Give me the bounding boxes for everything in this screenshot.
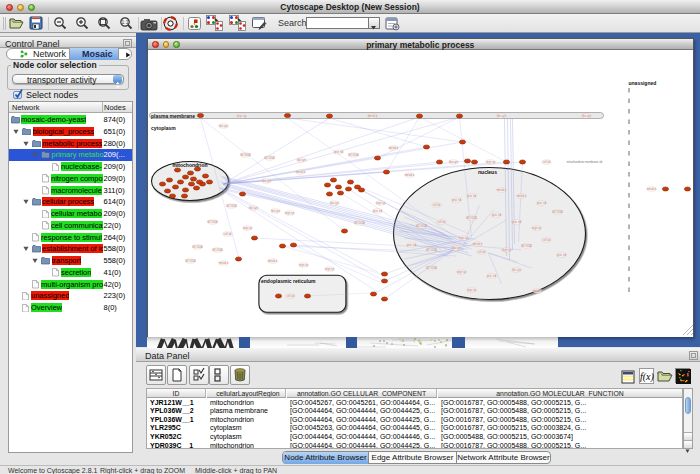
svg-text:bio syn: bio syn — [330, 201, 339, 205]
svg-text:GO:0044: GO:0044 — [264, 156, 275, 160]
svg-text:GO:0044: GO:0044 — [354, 221, 365, 225]
svg-text:proc nd: proc nd — [407, 243, 416, 247]
svg-text:nucleus: nucleus — [478, 169, 497, 175]
svg-text:bio syn: bio syn — [297, 158, 306, 162]
svg-text:endoplasmic reticulum: endoplasmic reticulum — [261, 278, 316, 284]
svg-text:cell ab: cell ab — [542, 238, 550, 242]
svg-text:orgn sp: orgn sp — [459, 236, 468, 240]
svg-text:metab x: metab x — [404, 173, 414, 177]
svg-text:orgn sp: orgn sp — [457, 270, 466, 274]
svg-text:bio syn: bio syn — [497, 114, 506, 118]
svg-text:metab x: metab x — [472, 242, 482, 246]
svg-text:bio syn: bio syn — [582, 114, 591, 118]
svg-text:GO:0044: GO:0044 — [552, 210, 563, 214]
svg-text:bio syn: bio syn — [512, 268, 521, 272]
svg-text:cell ab: cell ab — [432, 203, 440, 207]
svg-text:orgn sp: orgn sp — [237, 114, 246, 118]
svg-text:1:1: 1:1 — [122, 19, 129, 25]
svg-text:plasma membrane: plasma membrane — [151, 113, 195, 119]
svg-text:orgn sp: orgn sp — [285, 211, 294, 215]
svg-text:metab x: metab x — [295, 170, 305, 174]
svg-text:bio syn: bio syn — [262, 179, 271, 183]
svg-text:metab x: metab x — [218, 261, 228, 265]
svg-text:proc nd: proc nd — [487, 274, 496, 278]
svg-text:GO:0044: GO:0044 — [192, 245, 203, 249]
svg-text:GO:0044: GO:0044 — [426, 248, 437, 252]
svg-text:GO:0044: GO:0044 — [466, 216, 477, 220]
svg-text:metab x: metab x — [267, 259, 277, 263]
svg-text:GO:0044: GO:0044 — [226, 204, 237, 208]
svg-text:bio syn: bio syn — [271, 209, 280, 213]
svg-text:bio syn: bio syn — [219, 124, 228, 128]
svg-text:cytoplasm: cytoplasm — [151, 125, 176, 131]
svg-text:proc nd: proc nd — [467, 194, 476, 198]
svg-text:GO:0044: GO:0044 — [240, 153, 251, 157]
svg-text:orgn sp: orgn sp — [486, 160, 495, 164]
svg-text:bio syn: bio syn — [249, 206, 258, 210]
svg-text:cell ab: cell ab — [223, 232, 231, 236]
svg-text:mitochondrion: mitochondrion — [172, 162, 207, 168]
svg-text:proc nd: proc nd — [373, 209, 382, 213]
svg-text:proc nd: proc nd — [334, 150, 343, 154]
svg-text:bio syn: bio syn — [449, 160, 458, 164]
svg-text:proc nd: proc nd — [537, 201, 546, 205]
svg-text:cell ab: cell ab — [286, 294, 294, 298]
svg-text:orgn sp: orgn sp — [532, 226, 541, 230]
svg-text:mitochondrion membrane ab: mitochondrion membrane ab — [566, 160, 602, 164]
svg-text:unassigned: unassigned — [628, 80, 656, 86]
svg-text:orgn sp: orgn sp — [325, 267, 334, 271]
svg-text:GO:0044: GO:0044 — [212, 248, 223, 252]
svg-text:proc nd: proc nd — [512, 220, 521, 224]
svg-text:metab x: metab x — [496, 188, 506, 192]
svg-text:proc nd: proc nd — [492, 213, 501, 217]
svg-text:GO:0044: GO:0044 — [348, 153, 359, 157]
svg-text:GO:0044: GO:0044 — [185, 259, 196, 263]
svg-text:GO:0044: GO:0044 — [416, 224, 427, 228]
svg-text:GO:0044: GO:0044 — [426, 266, 437, 270]
svg-text:metab x: metab x — [367, 114, 377, 118]
svg-text:cell ab: cell ab — [542, 160, 550, 164]
svg-text:proc nd: proc nd — [452, 198, 461, 202]
svg-text:cell ab: cell ab — [477, 250, 485, 254]
svg-text:metab x: metab x — [646, 187, 656, 191]
svg-text:orgn sp: orgn sp — [502, 248, 511, 252]
svg-text:GO:0044: GO:0044 — [521, 244, 532, 248]
svg-text:orgn sp: orgn sp — [376, 201, 385, 205]
svg-text:orgn sp: orgn sp — [467, 288, 476, 292]
svg-text:cell ab: cell ab — [437, 220, 445, 224]
svg-text:metab x: metab x — [388, 146, 398, 150]
svg-text:orgn sp: orgn sp — [299, 263, 308, 267]
svg-text:orgn sp: orgn sp — [243, 226, 252, 230]
svg-text:bio syn: bio syn — [452, 246, 461, 250]
svg-text:proc nd: proc nd — [557, 253, 566, 257]
svg-text:metab x: metab x — [516, 194, 526, 198]
svg-text:metab x: metab x — [532, 289, 542, 293]
svg-text:GO:0044: GO:0044 — [207, 220, 218, 224]
